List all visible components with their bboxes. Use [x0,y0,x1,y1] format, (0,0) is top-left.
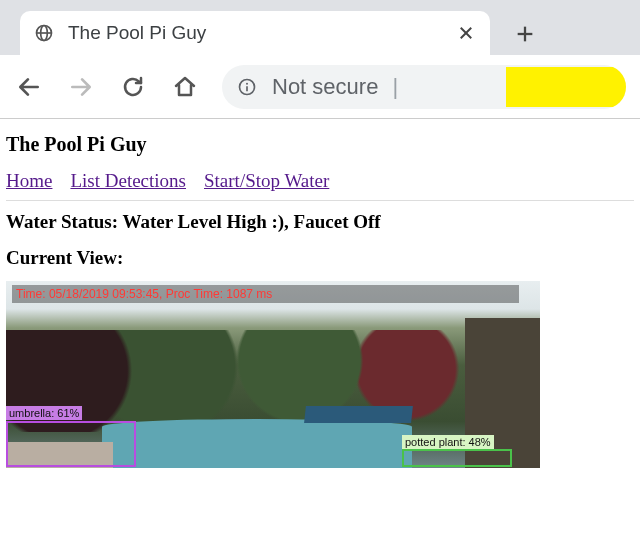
page-content: The Pool Pi Guy Home List Detections Sta… [0,119,640,468]
camera-foliage [6,330,540,433]
camera-pool [102,419,412,468]
camera-lounge [304,406,413,423]
detection-label-potted-plant: potted plant: 48% [402,435,494,449]
tab-title: The Pool Pi Guy [68,22,442,44]
browser-toolbar: Not secure | [0,55,640,119]
forward-button[interactable] [66,72,96,102]
security-status-text: Not secure [272,74,378,100]
detection-box-umbrella [6,421,136,467]
reload-button[interactable] [118,72,148,102]
overlay-timestamp: Time: 05/18/2019 09:53:45, Proc Time: 10… [12,285,519,303]
address-bar[interactable]: Not secure | [222,65,626,109]
address-separator: | [392,74,398,100]
nav-start-stop-water[interactable]: Start/Stop Water [204,170,329,192]
nav-links: Home List Detections Start/Stop Water [6,170,634,192]
address-highlight [506,67,626,107]
browser-chrome: The Pool Pi Guy [0,0,640,55]
active-tab[interactable]: The Pool Pi Guy [20,11,490,55]
back-button[interactable] [14,72,44,102]
globe-icon [32,21,56,45]
close-icon[interactable] [454,21,478,45]
water-status: Water Status: Water Level High :), Fauce… [6,211,634,233]
divider [6,200,634,201]
tab-strip: The Pool Pi Guy [0,0,640,55]
home-button[interactable] [170,72,200,102]
detection-label-umbrella: umbrella: 61% [6,406,82,420]
nav-home[interactable]: Home [6,170,52,192]
page-title: The Pool Pi Guy [6,133,634,156]
new-tab-button[interactable] [506,15,544,53]
current-view-label: Current View: [6,247,634,269]
camera-view: Time: 05/18/2019 09:53:45, Proc Time: 10… [6,281,540,468]
info-icon [236,76,258,98]
detection-box-potted-plant [402,449,512,467]
nav-list-detections[interactable]: List Detections [70,170,186,192]
svg-point-8 [246,82,248,84]
